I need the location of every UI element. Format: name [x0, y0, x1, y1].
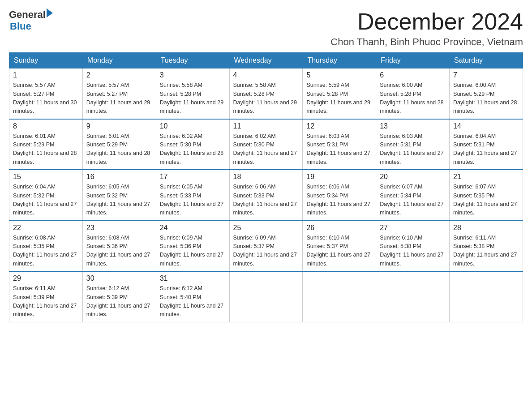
weekday-header-saturday: Saturday: [450, 53, 523, 68]
weekday-header-tuesday: Tuesday: [156, 53, 229, 68]
day-number: 22: [13, 224, 79, 232]
day-info: Sunrise: 6:02 AMSunset: 5:30 PMDaylight:…: [160, 132, 226, 167]
calendar-cell: 7 Sunrise: 6:00 AMSunset: 5:29 PMDayligh…: [450, 68, 523, 119]
day-number: 1: [13, 71, 79, 79]
day-info: Sunrise: 6:02 AMSunset: 5:30 PMDaylight:…: [233, 132, 299, 167]
day-number: 24: [160, 224, 226, 232]
calendar-cell: 30 Sunrise: 6:12 AMSunset: 5:39 PMDaylig…: [82, 271, 156, 322]
calendar-cell: 22 Sunrise: 6:08 AMSunset: 5:35 PMDaylig…: [9, 221, 83, 272]
day-number: 27: [380, 224, 446, 232]
day-number: 9: [86, 122, 152, 130]
calendar-cell: [229, 271, 303, 322]
day-number: 19: [306, 173, 372, 181]
day-info: Sunrise: 5:59 AMSunset: 5:28 PMDaylight:…: [306, 81, 372, 116]
calendar-cell: 3 Sunrise: 5:58 AMSunset: 5:28 PMDayligh…: [156, 68, 229, 119]
day-info: Sunrise: 5:57 AMSunset: 5:27 PMDaylight:…: [13, 81, 79, 116]
calendar-cell: 17 Sunrise: 6:05 AMSunset: 5:33 PMDaylig…: [156, 170, 229, 221]
logo-triangle-icon: [47, 9, 53, 17]
day-number: 4: [233, 71, 299, 79]
calendar-cell: 16 Sunrise: 6:05 AMSunset: 5:32 PMDaylig…: [82, 170, 156, 221]
calendar-cell: 31 Sunrise: 6:12 AMSunset: 5:40 PMDaylig…: [156, 271, 229, 322]
day-number: 30: [86, 274, 152, 283]
day-info: Sunrise: 6:09 AMSunset: 5:37 PMDaylight:…: [233, 234, 299, 269]
title-area: December 2024 Chon Thanh, Binh Phuoc Pro…: [330, 9, 523, 48]
day-number: 14: [453, 122, 519, 130]
day-number: 15: [13, 173, 79, 181]
day-info: Sunrise: 6:12 AMSunset: 5:40 PMDaylight:…: [160, 284, 226, 319]
day-info: Sunrise: 6:10 AMSunset: 5:37 PMDaylight:…: [306, 234, 372, 269]
day-number: 13: [380, 122, 446, 130]
day-number: 6: [380, 71, 446, 79]
day-number: 17: [160, 173, 226, 181]
calendar-cell: 21 Sunrise: 6:07 AMSunset: 5:35 PMDaylig…: [450, 170, 523, 221]
day-number: 31: [160, 274, 226, 283]
calendar-cell: 29 Sunrise: 6:11 AMSunset: 5:39 PMDaylig…: [9, 271, 83, 322]
day-info: Sunrise: 6:10 AMSunset: 5:38 PMDaylight:…: [380, 234, 446, 269]
month-title: December 2024: [330, 9, 523, 34]
day-info: Sunrise: 6:08 AMSunset: 5:35 PMDaylight:…: [13, 234, 79, 269]
calendar-cell: 4 Sunrise: 5:58 AMSunset: 5:28 PMDayligh…: [229, 68, 303, 119]
day-info: Sunrise: 6:05 AMSunset: 5:32 PMDaylight:…: [86, 183, 152, 218]
day-info: Sunrise: 6:11 AMSunset: 5:39 PMDaylight:…: [13, 284, 79, 319]
day-info: Sunrise: 6:01 AMSunset: 5:29 PMDaylight:…: [13, 132, 79, 167]
calendar-cell: 28 Sunrise: 6:11 AMSunset: 5:38 PMDaylig…: [450, 221, 523, 272]
day-number: 10: [160, 122, 226, 130]
day-number: 18: [233, 173, 299, 181]
calendar-cell: 2 Sunrise: 5:57 AMSunset: 5:27 PMDayligh…: [82, 68, 156, 119]
calendar-week-row: 15 Sunrise: 6:04 AMSunset: 5:32 PMDaylig…: [9, 170, 523, 221]
calendar-cell: [450, 271, 523, 322]
day-info: Sunrise: 6:00 AMSunset: 5:29 PMDaylight:…: [453, 81, 519, 116]
day-number: 21: [453, 173, 519, 181]
day-info: Sunrise: 6:04 AMSunset: 5:31 PMDaylight:…: [453, 132, 519, 167]
logo-blue: Blue: [10, 21, 31, 32]
calendar-cell: 12 Sunrise: 6:03 AMSunset: 5:31 PMDaylig…: [303, 119, 376, 170]
day-info: Sunrise: 5:58 AMSunset: 5:28 PMDaylight:…: [160, 81, 226, 116]
calendar-cell: 18 Sunrise: 6:06 AMSunset: 5:33 PMDaylig…: [229, 170, 303, 221]
day-info: Sunrise: 6:00 AMSunset: 5:28 PMDaylight:…: [380, 81, 446, 116]
day-info: Sunrise: 6:11 AMSunset: 5:38 PMDaylight:…: [453, 234, 519, 269]
day-info: Sunrise: 6:09 AMSunset: 5:36 PMDaylight:…: [160, 234, 226, 269]
calendar-cell: 10 Sunrise: 6:02 AMSunset: 5:30 PMDaylig…: [156, 119, 229, 170]
page-header: General Blue December 2024 Chon Thanh, B…: [9, 9, 523, 48]
calendar-cell: 11 Sunrise: 6:02 AMSunset: 5:30 PMDaylig…: [229, 119, 303, 170]
day-info: Sunrise: 6:04 AMSunset: 5:32 PMDaylight:…: [13, 183, 79, 218]
weekday-header-monday: Monday: [82, 53, 156, 68]
calendar-cell: 13 Sunrise: 6:03 AMSunset: 5:31 PMDaylig…: [376, 119, 450, 170]
day-number: 2: [86, 71, 152, 79]
day-info: Sunrise: 6:01 AMSunset: 5:29 PMDaylight:…: [86, 132, 152, 167]
day-number: 26: [306, 224, 372, 232]
day-number: 12: [306, 122, 372, 130]
day-info: Sunrise: 6:06 AMSunset: 5:33 PMDaylight:…: [233, 183, 299, 218]
calendar-cell: 15 Sunrise: 6:04 AMSunset: 5:32 PMDaylig…: [9, 170, 83, 221]
calendar-cell: 24 Sunrise: 6:09 AMSunset: 5:36 PMDaylig…: [156, 221, 229, 272]
weekday-header-sunday: Sunday: [9, 53, 83, 68]
day-info: Sunrise: 6:08 AMSunset: 5:36 PMDaylight:…: [86, 234, 152, 269]
calendar-cell: 9 Sunrise: 6:01 AMSunset: 5:29 PMDayligh…: [82, 119, 156, 170]
calendar-cell: 8 Sunrise: 6:01 AMSunset: 5:29 PMDayligh…: [9, 119, 83, 170]
day-number: 8: [13, 122, 79, 130]
calendar-week-row: 8 Sunrise: 6:01 AMSunset: 5:29 PMDayligh…: [9, 119, 523, 170]
day-number: 20: [380, 173, 446, 181]
day-number: 5: [306, 71, 372, 79]
calendar-cell: [376, 271, 450, 322]
calendar-cell: 25 Sunrise: 6:09 AMSunset: 5:37 PMDaylig…: [229, 221, 303, 272]
day-number: 23: [86, 224, 152, 232]
day-info: Sunrise: 6:06 AMSunset: 5:34 PMDaylight:…: [306, 183, 372, 218]
day-number: 16: [86, 173, 152, 181]
location-title: Chon Thanh, Binh Phuoc Province, Vietnam: [330, 36, 523, 48]
calendar-cell: 5 Sunrise: 5:59 AMSunset: 5:28 PMDayligh…: [303, 68, 376, 119]
weekday-header-friday: Friday: [376, 53, 450, 68]
logo: General Blue: [9, 9, 53, 32]
calendar-week-row: 1 Sunrise: 5:57 AMSunset: 5:27 PMDayligh…: [9, 68, 523, 119]
calendar-week-row: 29 Sunrise: 6:11 AMSunset: 5:39 PMDaylig…: [9, 271, 523, 322]
day-info: Sunrise: 6:07 AMSunset: 5:34 PMDaylight:…: [380, 183, 446, 218]
day-number: 3: [160, 71, 226, 79]
logo-general: General: [9, 9, 46, 21]
calendar-header-row: SundayMondayTuesdayWednesdayThursdayFrid…: [9, 53, 523, 68]
calendar-cell: 1 Sunrise: 5:57 AMSunset: 5:27 PMDayligh…: [9, 68, 83, 119]
calendar-table: SundayMondayTuesdayWednesdayThursdayFrid…: [9, 52, 523, 322]
day-number: 28: [453, 224, 519, 232]
calendar-cell: 6 Sunrise: 6:00 AMSunset: 5:28 PMDayligh…: [376, 68, 450, 119]
calendar-cell: 19 Sunrise: 6:06 AMSunset: 5:34 PMDaylig…: [303, 170, 376, 221]
day-number: 11: [233, 122, 299, 130]
